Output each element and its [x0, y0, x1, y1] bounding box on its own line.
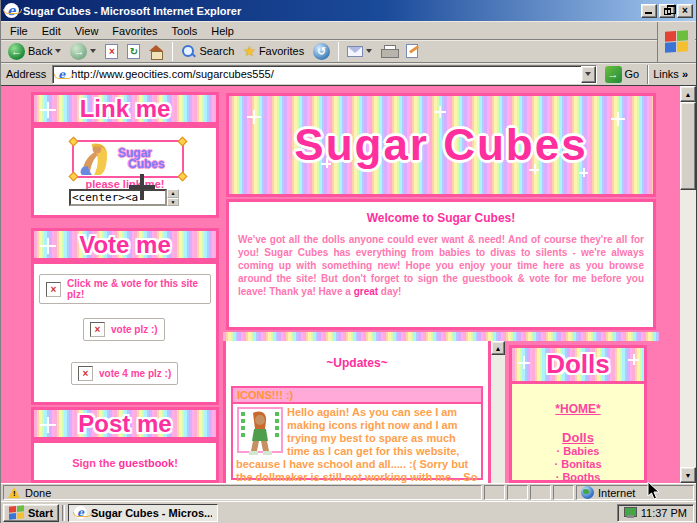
page-scrollbar[interactable]: ▲ ▼	[680, 86, 696, 483]
toolbar-separator	[338, 42, 339, 61]
stop-button[interactable]: ×	[102, 43, 121, 60]
zone-text: Internet	[598, 487, 635, 499]
broken-image-icon: ×	[78, 366, 93, 381]
edit-button[interactable]	[403, 43, 421, 59]
print-button[interactable]	[378, 44, 400, 58]
task-label: Sugar Cubes - Micros...	[91, 507, 212, 519]
favorites-label: Favorites	[259, 45, 304, 57]
favorites-button[interactable]: ★ Favorites	[240, 43, 307, 59]
update-entry-body: Hello again! As you can see I am making …	[233, 404, 481, 483]
restore-icon	[664, 8, 671, 15]
menu-help[interactable]: Help	[204, 23, 241, 39]
sparkle-icon	[40, 238, 56, 254]
ie-logo-icon: e	[4, 3, 19, 18]
updates-scrollbar[interactable]: ▲	[491, 341, 505, 483]
vote-link-2[interactable]: × vote plz :)	[83, 318, 165, 341]
network-tray-icon[interactable]	[624, 507, 637, 518]
address-url[interactable]: http://www.geocities.com/sugarcubes555/	[71, 68, 577, 80]
link-me-header: Link me	[31, 92, 219, 125]
menu-file[interactable]: File	[3, 23, 35, 39]
site-banner-image: Sugar Cubes	[72, 140, 184, 178]
home-icon	[149, 45, 164, 58]
update-entry-title: ICONS!!! :)	[233, 388, 481, 404]
go-button[interactable]: → Go	[601, 66, 644, 83]
guestbook-box: Sign the guestbook!	[31, 440, 219, 483]
banner-doll-image	[74, 142, 118, 176]
taskbar-window-button[interactable]: e Sugar Cubes - Micros...	[68, 504, 218, 522]
status-pane-empty	[530, 485, 551, 500]
welcome-heading: Welcome to Sugar Cubes!	[229, 202, 653, 225]
mail-icon	[347, 46, 363, 57]
standard-toolbar: ← Back → × ↻ Search ★ Favorites ↺	[1, 40, 696, 63]
history-button[interactable]: ↺	[310, 42, 333, 61]
menu-view[interactable]: View	[68, 23, 106, 39]
refresh-button[interactable]: ↻	[124, 43, 143, 60]
address-dropdown-button[interactable]	[581, 66, 596, 83]
search-icon	[181, 44, 196, 59]
updates-scroll-up-button[interactable]: ▲	[491, 341, 505, 355]
dolls-section-link[interactable]: Dolls	[512, 430, 644, 445]
sparkle-icon	[517, 356, 530, 369]
security-zone-pane: Internet	[576, 485, 694, 500]
vote-link-3[interactable]: × vote 4 me plz :)	[71, 362, 178, 385]
start-windows-logo-icon	[9, 505, 25, 521]
dolls-link-bonitas[interactable]: · Bonitas	[512, 458, 644, 471]
address-input[interactable]: e http://www.geocities.com/sugarcubes555…	[52, 65, 596, 84]
menu-tools[interactable]: Tools	[165, 23, 205, 39]
stop-icon: ×	[105, 44, 118, 59]
link-me-title: Link me	[80, 95, 171, 123]
back-icon: ←	[8, 43, 25, 60]
menu-edit[interactable]: Edit	[35, 23, 68, 39]
forward-button[interactable]: →	[67, 42, 99, 61]
post-me-header: Post me	[31, 407, 219, 440]
vote-link-1[interactable]: × Click me & vote for this site plz!	[39, 274, 211, 304]
home-link[interactable]: *HOME*	[512, 402, 644, 416]
mail-dropdown-icon[interactable]	[366, 49, 372, 53]
internet-globe-icon	[581, 486, 594, 499]
mail-button[interactable]	[344, 45, 375, 58]
scroll-down-button[interactable]: ▼	[680, 467, 696, 483]
close-button[interactable]: ×	[677, 4, 693, 18]
minimize-button[interactable]	[641, 4, 657, 18]
menu-favorites[interactable]: Favorites	[105, 23, 164, 39]
scrollbar-thumb[interactable]	[680, 102, 696, 190]
spinner-up-icon[interactable]: ▲	[167, 189, 179, 198]
history-icon: ↺	[313, 43, 330, 60]
updates-frame: ~Updates~ ICONS!!! :)	[223, 341, 491, 483]
home-button[interactable]	[146, 44, 167, 59]
broken-image-icon: ×	[46, 282, 61, 297]
scroll-up-button[interactable]: ▲	[680, 86, 696, 102]
dolls-link-booths[interactable]: · Booths	[512, 471, 644, 483]
forward-icon: →	[70, 43, 87, 60]
start-button[interactable]: Start	[3, 504, 59, 522]
task-ie-icon: e	[74, 506, 87, 519]
warning-icon: !	[8, 487, 21, 499]
page-viewport: Link me Sugar Cubes please link me!	[1, 86, 696, 483]
refresh-icon: ↻	[127, 44, 140, 59]
links-label: Links	[653, 68, 679, 80]
restore-button[interactable]	[659, 4, 675, 18]
back-label: Back	[28, 45, 52, 57]
system-tray: 11:37 PM	[617, 504, 694, 522]
updates-heading: ~Updates~	[226, 341, 488, 370]
link-code-input[interactable]	[69, 189, 167, 206]
code-spinner[interactable]: ▲ ▼	[167, 189, 179, 206]
forward-dropdown-icon[interactable]	[90, 49, 96, 53]
dolls-header: Dolls	[512, 348, 644, 384]
address-bar: Address e http://www.geocities.com/sugar…	[1, 63, 696, 86]
sparkle-icon	[247, 110, 261, 124]
site-title: Sugar Cubes	[294, 120, 587, 170]
vote-me-title: Vote me	[79, 231, 171, 259]
dolls-link-babies[interactable]: · Babies	[512, 445, 644, 458]
back-dropdown-icon[interactable]	[55, 49, 61, 53]
title-bar: e Sugar Cubes - Microsoft Internet Explo…	[1, 0, 696, 21]
back-button[interactable]: ← Back	[5, 42, 64, 61]
guestbook-link[interactable]: Sign the guestbook!	[34, 457, 216, 469]
taskbar-divider	[62, 505, 65, 521]
update-entry: ICONS!!! :)	[231, 386, 483, 480]
spinner-down-icon[interactable]: ▼	[167, 198, 179, 207]
links-button[interactable]: Links »	[647, 65, 693, 84]
favorites-star-icon: ★	[243, 44, 256, 58]
search-button[interactable]: Search	[178, 43, 237, 60]
sparkle-icon	[40, 417, 56, 433]
